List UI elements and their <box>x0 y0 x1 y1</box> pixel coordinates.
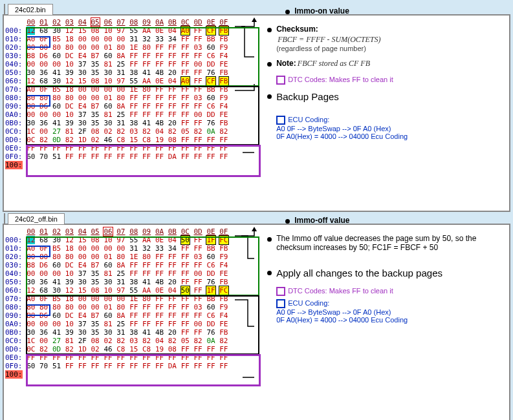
ecu-marker-icon <box>276 299 285 308</box>
page-border <box>26 236 259 296</box>
svg-marker-1 <box>252 227 257 231</box>
note-body: FBCF stored as CF FB <box>298 59 370 68</box>
hex-dump-top[interactable]: 00 01 02 03 04 05 06 07 08 09 0A 0B 0C 0… <box>4 17 235 211</box>
dtc-marker-icon <box>276 76 285 85</box>
dtc-codes-box <box>26 145 261 177</box>
hex-panel-bottom: 24c02_off.bin 00 01 02 03 04 05 06 07 08… <box>3 224 510 420</box>
notes-bottom: Immo-off value The Immo off value decrea… <box>261 226 509 420</box>
immo-on-label: Immo-on value <box>294 6 349 16</box>
ecu-line2: 0F A0(Hex) = 4000 --> 04000 Ecu Coding <box>276 132 507 140</box>
ecu-line2: 0F A0(Hex) = 4000 --> 04000 Ecu Coding <box>276 316 507 324</box>
dtc-note: DTC Codes: Makes FF to clean it <box>288 76 393 83</box>
checksum-formula: FBCF = FFFF - SUM(OCTETS) <box>278 35 507 45</box>
immo-off-explanation: The Immo off value decreases the page su… <box>276 234 476 252</box>
apply-changes-label: Apply all changes to the backup pages <box>276 268 442 278</box>
page-border <box>26 27 259 87</box>
checksum-subnote: (regardless of page number) <box>276 45 507 52</box>
dtc-codes-box <box>26 354 261 386</box>
ecu-line1: A0 0F --> ByteSwap --> 0F A0 (Hex) <box>276 125 507 132</box>
file-tab[interactable]: 24c02.bin <box>8 4 53 15</box>
svg-marker-0 <box>252 17 257 22</box>
immo-off-label: Immo-off value <box>294 216 349 225</box>
ecu-title: ECU Coding: <box>288 299 329 307</box>
backup-page-border <box>26 86 259 145</box>
ecu-marker-icon <box>276 116 285 125</box>
notes-top: Immo-on value Checksum: FBCF = FFFF - SU… <box>261 17 509 211</box>
checksum-title: Checksum: <box>276 25 318 34</box>
file-tab[interactable]: 24c02_off.bin <box>8 213 65 224</box>
hex-panel-top: 24c02.bin 00 01 02 03 04 05 06 07 08 09 … <box>3 14 510 212</box>
ecu-title: ECU Coding: <box>288 116 329 123</box>
hex-dump-bottom[interactable]: 00 01 02 03 04 05 06 07 08 09 0A 0B 0C 0… <box>4 226 235 420</box>
ecu-line1: A0 0F --> ByteSwap --> 0F A0 (Hex) <box>276 308 507 316</box>
dtc-marker-icon <box>276 287 285 296</box>
dtc-note: DTC Codes: Makes FF to clean it <box>288 287 393 295</box>
backup-pages-label: Backup Pages <box>276 91 339 102</box>
backup-page-border <box>26 295 259 355</box>
note-title: Note: <box>276 59 296 68</box>
